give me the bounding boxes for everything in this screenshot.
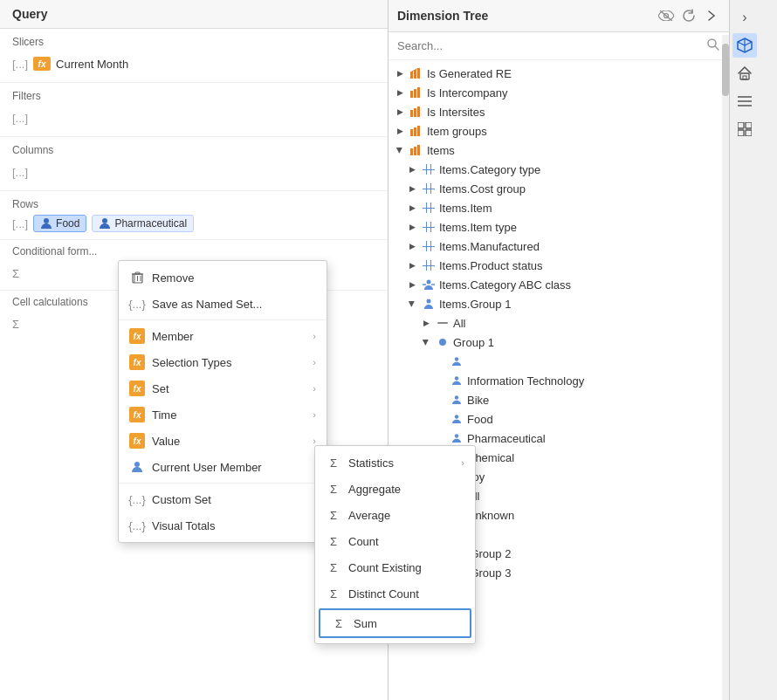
search-input[interactable] — [397, 39, 701, 52]
menu-item-statistics[interactable]: Σ Statistics › — [315, 450, 475, 476]
tree-arrow-items-cost-group: ▶ — [406, 182, 418, 195]
svg-rect-16 — [410, 91, 413, 98]
tree-item-items-group-1[interactable]: ▶ Items.Group 1 — [388, 294, 729, 313]
menu-item-count[interactable]: Σ Count — [315, 528, 475, 554]
svg-rect-22 — [410, 129, 413, 136]
tree-item-bike[interactable]: ▶ Bike — [388, 390, 729, 409]
tree-arrow-item-groups: ▶ — [394, 125, 406, 137]
svg-rect-21 — [417, 106, 420, 117]
menu-item-save-named-set[interactable]: {...} Save as Named Set... — [119, 291, 327, 317]
fx-icon-set: fx — [129, 381, 145, 396]
pharmaceutical-chip[interactable]: Pharmaceutical — [92, 215, 194, 232]
toolbar-chevron-right-button[interactable]: › — [732, 5, 757, 30]
chart-icon-is-intersites — [409, 105, 423, 119]
svg-rect-20 — [414, 108, 416, 117]
menu-custom-set-label: Custom Set — [152, 493, 211, 506]
tree-item-empty[interactable]: ▶ — [388, 352, 729, 371]
svg-point-28 — [427, 280, 431, 285]
table-icon-items-item-type — [422, 220, 436, 234]
bracket-icon-named-set: {...} — [129, 296, 145, 312]
menu-item-value[interactable]: fx Value › — [119, 428, 327, 454]
filters-bracket-icon: [...] — [12, 112, 28, 125]
svg-point-35 — [455, 415, 458, 418]
tree-item-items-category-type[interactable]: ▶ Items.Category type — [388, 160, 729, 179]
tree-item-information-technology[interactable]: ▶ Information Technology — [388, 371, 729, 390]
visibility-off-icon[interactable] — [657, 7, 675, 24]
dimension-tree-header: Dimension Tree — [388, 0, 729, 32]
menu-item-average[interactable]: Σ Average — [315, 502, 475, 528]
menu-item-set[interactable]: fx Set › — [119, 375, 327, 401]
svg-point-0 — [44, 218, 49, 223]
tree-item-items[interactable]: ▶ Items — [388, 141, 729, 160]
conditional-sigma-icon: Σ — [12, 267, 19, 280]
menu-item-selection-types[interactable]: fx Selection Types › — [119, 349, 327, 375]
menu-item-sum[interactable]: Σ Sum — [319, 608, 471, 638]
columns-bracket-icon: [...] — [12, 166, 28, 179]
tree-item-items-cost-group[interactable]: ▶ Items.Cost group — [388, 179, 729, 198]
toolbar-home-button[interactable] — [732, 61, 757, 86]
menu-set-label: Set — [152, 382, 169, 395]
tree-arrow-items-product-status: ▶ — [406, 259, 418, 271]
chevron-right-time: › — [313, 409, 316, 420]
menu-separator-1 — [119, 319, 327, 320]
person-icon-food — [450, 412, 464, 426]
menu-set-left: fx Set — [129, 381, 169, 396]
svg-rect-27 — [417, 145, 420, 155]
person-icon-bike — [450, 393, 464, 407]
tree-item-items-category-abc[interactable]: ▶ Items.Category ABC class — [388, 275, 729, 294]
conditional-formatting-label: Conditional form... — [12, 245, 375, 257]
tree-item-item-groups[interactable]: ▶ Item groups — [388, 121, 729, 141]
menu-item-time[interactable]: fx Time › — [119, 401, 327, 428]
svg-rect-13 — [410, 72, 413, 79]
menu-item-custom-set[interactable]: {...} Custom Set — [119, 486, 327, 512]
tree-label-items-item-type: Items.Item type — [439, 221, 517, 234]
person-icon-information-technology — [450, 374, 464, 388]
tree-arrow-items-item-type: ▶ — [406, 221, 418, 233]
tree-item-group-1[interactable]: ▶ Group 1 — [388, 333, 729, 352]
menu-item-count-existing[interactable]: Σ Count Existing — [315, 554, 475, 580]
menu-item-current-user-member[interactable]: Current User Member — [119, 454, 327, 480]
svg-rect-18 — [417, 87, 420, 98]
tree-item-items-item[interactable]: ▶ Items.Item — [388, 198, 729, 217]
tree-item-food[interactable]: ▶ Food — [388, 409, 729, 429]
fx-icon-member: fx — [129, 328, 145, 344]
food-chip[interactable]: Food — [33, 215, 86, 232]
menu-item-distinct-count[interactable]: Σ Distinct Count — [315, 580, 475, 607]
tree-item-is-generated-re[interactable]: ▶ Is Generated RE — [388, 64, 729, 83]
menu-selection-types-label: Selection Types — [152, 356, 232, 369]
tree-arrow-is-intersites: ▶ — [394, 106, 406, 118]
chart-icon-items — [409, 143, 423, 157]
person-icon-empty — [450, 354, 464, 368]
scrollbar-thumb[interactable] — [722, 44, 729, 96]
menu-item-remove[interactable]: Remove — [119, 264, 327, 291]
menu-time-label: Time — [152, 408, 176, 422]
tree-item-is-intercompany[interactable]: ▶ Is Intercompany — [388, 83, 729, 102]
tree-arrow-items: ▶ — [394, 144, 406, 156]
sigma-icon-count: Σ — [326, 533, 341, 549]
menu-item-visual-totals[interactable]: {...} Visual Totals — [119, 512, 327, 539]
menu-selection-types-left: fx Selection Types — [129, 354, 232, 370]
tree-label-items-category-abc: Items.Category ABC class — [439, 278, 571, 292]
toolbar-list-button[interactable] — [732, 89, 757, 113]
food-chip-label: Food — [56, 217, 79, 230]
table-icon-items-item — [422, 201, 436, 215]
tree-item-items-item-type[interactable]: ▶ Items.Item type — [388, 217, 729, 237]
menu-count-existing-label: Count Existing — [348, 561, 422, 574]
collapse-arrow-icon[interactable] — [703, 7, 720, 24]
tree-item-items-manufactured[interactable]: ▶ Items.Manufactured — [388, 237, 729, 256]
chart-icon-item-groups — [409, 124, 423, 138]
slicers-content: [...] fx Current Month — [12, 52, 375, 75]
scrollbar-track[interactable] — [722, 35, 729, 700]
refresh-icon[interactable] — [680, 7, 698, 24]
menu-current-user-label: Current User Member — [152, 461, 262, 474]
tree-item-items-product-status[interactable]: ▶ Items.Product status — [388, 256, 729, 275]
toolbar-cube-button[interactable] — [732, 33, 757, 58]
tree-item-all[interactable]: ▶ All — [388, 313, 729, 333]
menu-remove-label: Remove — [152, 271, 194, 285]
toolbar-grid-button[interactable] — [732, 117, 757, 141]
filters-section: Filters [...] — [0, 83, 388, 137]
menu-item-aggregate[interactable]: Σ Aggregate — [315, 476, 475, 502]
menu-item-member[interactable]: fx Member › — [119, 323, 327, 349]
tree-item-is-intersites[interactable]: ▶ Is Intersites — [388, 102, 729, 121]
search-icon — [706, 38, 720, 54]
